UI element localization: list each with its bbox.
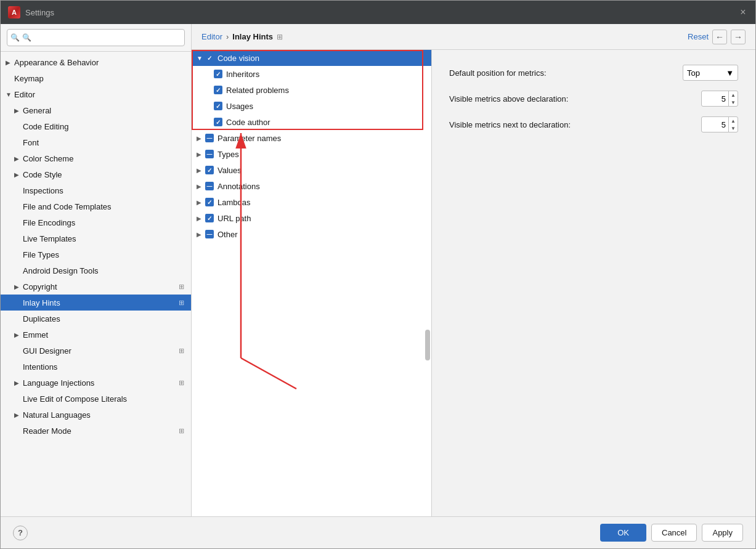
sidebar-item-android-design-tools[interactable]: Android Design Tools: [1, 262, 191, 279]
sidebar-item-duplicates[interactable]: Duplicates: [1, 311, 191, 327]
dropdown-value: Top: [687, 68, 700, 78]
sidebar-item-file-encodings[interactable]: File Encodings: [1, 214, 191, 230]
sidebar-item-file-code-templates[interactable]: File and Code Templates: [1, 198, 191, 214]
sidebar-item-file-types[interactable]: File Types: [1, 246, 191, 262]
list-item-parameter-names[interactable]: ▶ Parameter names: [192, 130, 431, 146]
sidebar-item-inspections[interactable]: Inspections: [1, 182, 191, 198]
sidebar-item-label: Natural Languages: [23, 410, 186, 420]
sidebar: 🔍 ▶ Appearance & Behavior Keymap ▼: [1, 24, 192, 516]
app-icon: A: [8, 6, 20, 18]
help-button[interactable]: ?: [13, 526, 28, 540]
main-panel: Editor › Inlay Hints ⊞ Reset ← →: [192, 24, 755, 516]
list-item-types[interactable]: ▶ Types: [192, 146, 431, 162]
title-bar: A Settings ×: [1, 1, 755, 24]
apply-button[interactable]: Apply: [702, 524, 743, 542]
list-item-label: Values: [217, 166, 426, 175]
checkbox-code-author[interactable]: [214, 118, 222, 126]
sidebar-item-emmet[interactable]: ▶ Emmet: [1, 327, 191, 343]
search-input[interactable]: [7, 29, 185, 46]
sidebar-item-keymap[interactable]: Keymap: [1, 70, 191, 86]
header-bar: Editor › Inlay Hints ⊞ Reset ← →: [192, 24, 755, 50]
spinner-up-button[interactable]: ▲: [729, 91, 738, 99]
list-item-usages[interactable]: Usages: [192, 98, 431, 114]
sidebar-item-color-scheme[interactable]: ▶ Color Scheme: [1, 150, 191, 166]
list-item-label: Annotations: [217, 182, 426, 191]
setting-row-visible-above: Visible metrics above declaration: 5 ▲ ▼: [449, 91, 738, 107]
sidebar-item-label: Keymap: [14, 74, 186, 83]
sidebar-item-label: Code Style: [23, 170, 186, 179]
list-item-annotations[interactable]: ▶ Annotations: [192, 178, 431, 194]
checkbox-usages[interactable]: [214, 102, 222, 110]
expand-icon: ▶: [14, 283, 23, 290]
checkbox-url-path[interactable]: [205, 214, 214, 222]
list-item-label: Lambdas: [217, 198, 426, 207]
sidebar-item-code-style[interactable]: ▶ Code Style: [1, 166, 191, 182]
list-item-code-vision[interactable]: ▼ Code vision: [192, 50, 431, 66]
spinner-down-button[interactable]: ▼: [729, 99, 738, 106]
list-item-inheritors[interactable]: Inheritors: [192, 66, 431, 82]
breadcrumb-parent[interactable]: Editor: [201, 32, 222, 41]
search-icon: 🔍: [10, 33, 20, 42]
checkbox-inheritors[interactable]: [214, 70, 222, 78]
sidebar-item-general[interactable]: ▶ General: [1, 102, 191, 118]
sidebar-item-font[interactable]: Font: [1, 134, 191, 150]
content-area: 🔍 ▶ Appearance & Behavior Keymap ▼: [1, 24, 755, 516]
expand-icon: ▶: [14, 171, 23, 178]
sidebar-item-label: File Encodings: [23, 218, 186, 227]
sidebar-item-appearance[interactable]: ▶ Appearance & Behavior: [1, 54, 191, 70]
list-item-code-author[interactable]: Code author: [192, 114, 431, 130]
list-item-lambdas[interactable]: ▶ Lambdas: [192, 194, 431, 210]
settings-icon: ⊞: [176, 282, 186, 291]
forward-button[interactable]: →: [731, 30, 746, 44]
dropdown-default-position[interactable]: Top ▼: [683, 65, 738, 81]
sidebar-item-live-templates[interactable]: Live Templates: [1, 230, 191, 246]
checkbox-types[interactable]: [205, 150, 214, 158]
cancel-button[interactable]: Cancel: [651, 524, 697, 542]
checkbox-annotations[interactable]: [205, 182, 214, 190]
ok-button[interactable]: OK: [600, 524, 646, 542]
expand-icon: ▶: [197, 135, 205, 142]
sidebar-item-natural-languages[interactable]: ▶ Natural Languages: [1, 407, 191, 423]
spinner-down-button[interactable]: ▼: [729, 124, 738, 132]
sidebar-item-language-injections[interactable]: ▶ Language Injections ⊞: [1, 375, 191, 391]
sidebar-item-inlay-hints[interactable]: Inlay Hints ⊞: [1, 295, 191, 311]
close-button[interactable]: ×: [738, 7, 748, 17]
list-item-related-problems[interactable]: Related problems: [192, 82, 431, 98]
list-item-other[interactable]: ▶ Other: [192, 226, 431, 242]
search-box: 🔍: [1, 24, 191, 52]
expand-icon: ▶: [14, 107, 23, 114]
setting-control-visible-next: 5 ▲ ▼: [701, 116, 738, 132]
checkbox-code-vision[interactable]: [205, 54, 214, 62]
spinner-visible-above[interactable]: 5 ▲ ▼: [701, 91, 738, 107]
sidebar-item-label: Live Edit of Compose Literals: [23, 394, 186, 404]
checkbox-lambdas[interactable]: [205, 198, 214, 206]
sidebar-item-label: Intentions: [23, 362, 186, 372]
sidebar-item-live-edit-compose[interactable]: Live Edit of Compose Literals: [1, 391, 191, 407]
list-item-label: Parameter names: [217, 134, 426, 143]
sidebar-item-gui-designer[interactable]: GUI Designer ⊞: [1, 343, 191, 359]
checkbox-related-problems[interactable]: [214, 86, 222, 94]
back-button[interactable]: ←: [712, 30, 727, 44]
setting-row-default-position: Default position for metrics: Top ▼: [449, 65, 738, 81]
reset-button[interactable]: Reset: [688, 32, 709, 41]
sidebar-item-label: Android Design Tools: [23, 266, 186, 275]
checkbox-other[interactable]: [205, 230, 214, 238]
sidebar-item-editor[interactable]: ▼ Editor: [1, 86, 191, 102]
spinner-visible-next[interactable]: 5 ▲ ▼: [701, 116, 738, 132]
expand-icon: ▶: [197, 231, 205, 238]
sidebar-item-reader-mode[interactable]: Reader Mode ⊞: [1, 423, 191, 439]
spinner-up-button[interactable]: ▲: [729, 117, 738, 124]
list-item-label: Code vision: [217, 54, 426, 63]
setting-row-visible-next: Visible metrics next to declaration: 5 ▲…: [449, 116, 738, 132]
sidebar-item-intentions[interactable]: Intentions: [1, 359, 191, 375]
spinner-arrows: ▲ ▼: [728, 91, 738, 106]
sidebar-item-code-editing[interactable]: Code Editing: [1, 118, 191, 134]
list-item-values[interactable]: ▶ Values: [192, 162, 431, 178]
expand-icon: ▶: [14, 331, 23, 338]
checkbox-parameter-names[interactable]: [205, 134, 214, 142]
breadcrumb-separator: ›: [226, 32, 229, 41]
scrollbar-thumb[interactable]: [425, 330, 430, 360]
checkbox-values[interactable]: [205, 166, 214, 174]
sidebar-item-copyright[interactable]: ▶ Copyright ⊞: [1, 279, 191, 295]
list-item-url-path[interactable]: ▶ URL path: [192, 210, 431, 226]
